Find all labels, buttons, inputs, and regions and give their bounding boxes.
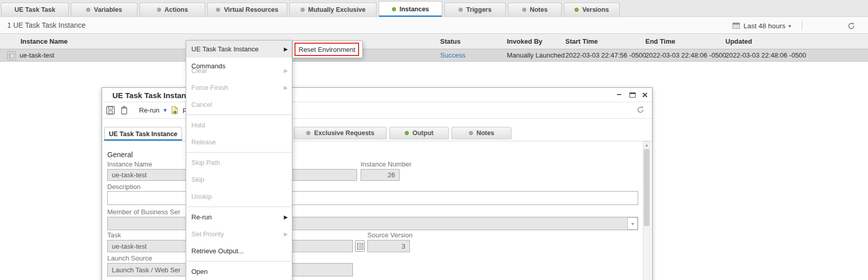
rerun-dropdown-button[interactable]: Re-run ▼ [139,106,168,114]
gray-status-dot-icon [522,8,526,12]
tab-mutually-exclusive[interactable]: Mutually Exclusive [289,3,377,16]
menu-item-skip[interactable]: Skip [186,171,292,188]
tab-label: Instances [400,6,429,13]
refresh-button[interactable] [845,20,857,31]
output-file-icon [170,106,179,115]
menu-item-set-priority[interactable]: Set Priority ▶ [186,226,292,242]
dialog-content: General Instance Name Instance Number De… [102,141,652,280]
dialog-tab-instance[interactable]: UE Task Task Instance [104,127,182,141]
menu-separator [186,207,292,207]
menu-item-clear[interactable]: Clear ▶ [186,62,292,79]
instance-count-summary: 1 UE Task Task Instance [7,21,86,29]
tab-versions[interactable]: Versions [564,3,620,16]
screen: UE Task Task Variables Actions Virtual R… [0,0,868,280]
menu-item-open[interactable]: Open [186,263,292,280]
menu-item-hold[interactable]: Hold [186,117,292,134]
chevron-down-icon: ▾ [631,221,634,227]
col-end-time[interactable]: End Time [645,38,675,45]
table-header: Instance Name Status Invoked By Start Ti… [0,34,868,49]
context-menu: UE Task Task Instance Commands ▶ Clear ▶… [186,40,292,280]
tab-label: UE Task Task Instance [109,130,177,138]
tab-virtual-resources[interactable]: Virtual Resources [207,3,287,16]
refresh-icon [847,22,856,30]
col-updated[interactable]: Updated [725,38,752,45]
menu-item-cancel[interactable]: Cancel [186,96,292,113]
task-label: Task [107,231,121,239]
dialog-tab-exclusive-requests[interactable]: Exclusive Requests [294,127,387,139]
scroll-up-arrow-icon[interactable]: ▲ [643,143,650,147]
member-dropdown-button[interactable]: ▾ [627,217,638,230]
menu-item-instance-commands[interactable]: UE Task Task Instance Commands ▶ [186,41,292,58]
cell-status-link[interactable]: Success [440,51,465,59]
tab-ue-task-task[interactable]: UE Task Task [1,3,69,16]
menu-item-unskip[interactable]: Unskip [186,188,292,205]
dialog-tab-notes[interactable]: Notes [451,127,511,139]
tab-label: Versions [582,6,609,13]
top-tab-strip: UE Task Task Variables Actions Virtual R… [0,0,868,17]
gray-status-dot-icon [459,8,463,12]
instance-details-icon[interactable] [7,51,16,60]
maximize-icon [629,92,636,98]
tab-label: Notes [477,129,495,137]
tab-triggers[interactable]: Triggers [444,3,506,16]
col-instance-name[interactable]: Instance Name [21,38,68,45]
time-filter-dropdown[interactable]: Last 48 hours ▾ [732,20,791,32]
tab-variables[interactable]: Variables [71,3,137,16]
instance-number-field[interactable] [361,169,400,181]
tab-label: Exclusive Requests [314,129,374,137]
minimize-button[interactable]: − [615,91,623,99]
tab-actions[interactable]: Actions [140,3,205,16]
menu-item-skip-path[interactable]: Skip Path [186,154,292,171]
time-filter-label: Last 48 hours [743,22,785,30]
tab-label: Actions [165,6,188,13]
tab-label: Variables [94,6,122,13]
submenu-arrow-icon: ▶ [284,79,288,96]
submenu-arrow-icon: ▶ [284,209,288,226]
dialog-scrollbar[interactable]: ▲ [643,141,650,280]
gray-status-dot-icon [86,8,90,12]
col-status[interactable]: Status [440,38,461,45]
gray-status-dot-icon [306,131,310,135]
dialog-refresh-button[interactable] [636,105,645,114]
tab-label: Triggers [466,6,491,13]
dialog-tab-output[interactable]: Output [389,127,449,139]
scrollbar-thumb[interactable] [644,149,649,226]
info-bar: 1 UE Task Task Instance Last 48 hours ▾ [0,17,868,34]
menu-item-reset-environment[interactable]: Reset Environment [294,43,359,56]
menu-item-retrieve-output[interactable]: Retrieve Output... [186,242,292,259]
col-start-time[interactable]: Start Time [565,38,598,45]
green-status-dot-icon [405,131,409,135]
description-label: Description [107,183,141,191]
tab-label: Mutually Exclusive [308,6,366,13]
retrieve-output-button[interactable] [170,106,179,115]
member-of-business-services-label: Member of Business Ser [107,208,180,216]
cell-instance-name: ue-task-test [19,51,54,59]
menu-item-force-finish[interactable]: Force Finish ▶ [186,79,292,96]
source-version-field[interactable] [367,240,410,252]
calendar-icon [732,22,740,30]
instance-details-dialog: UE Task Task Instance D − × [102,87,653,280]
tab-label: Notes [530,6,548,13]
menu-separator [186,261,292,262]
chevron-down-icon: ▼ [163,107,168,113]
dialog-titlebar[interactable]: UE Task Task Instance D − × [102,88,652,102]
tab-notes[interactable]: Notes [508,3,562,16]
minimize-icon: − [617,90,622,100]
instance-name-label: Instance Name [107,160,152,168]
active-dialog-tab-underline [104,139,182,141]
rerun-label: Re-run [139,106,160,114]
save-button[interactable] [106,106,115,115]
maximize-button[interactable] [628,91,637,99]
col-invoked-by[interactable]: Invoked By [507,38,542,45]
delete-button[interactable] [121,106,128,115]
tab-label: Output [412,129,433,137]
submenu-arrow-icon: ▶ [284,41,288,58]
close-button[interactable]: × [641,91,649,99]
menu-item-release[interactable]: Release [186,134,292,151]
table-row[interactable]: ue-task-test Success Manually Launched 2… [0,49,868,62]
task-browse-button[interactable] [355,240,365,252]
menu-item-rerun[interactable]: Re-run ▶ [186,209,292,226]
menu-separator [186,115,292,115]
tab-instances[interactable]: Instances [379,1,442,16]
close-icon: × [642,89,647,101]
